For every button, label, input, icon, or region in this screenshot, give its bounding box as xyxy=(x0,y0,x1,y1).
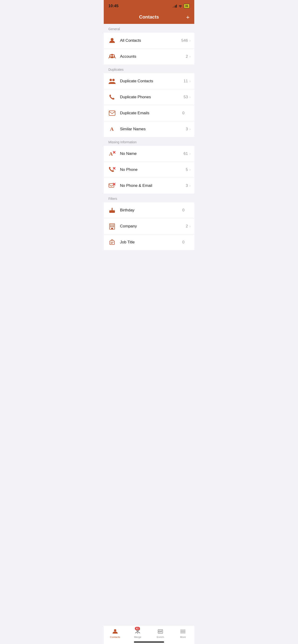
birthday-icon xyxy=(107,206,117,215)
company-count: 2 xyxy=(186,224,188,228)
duplicate-contacts-chevron: › xyxy=(189,79,191,83)
duplicate-emails-item[interactable]: Duplicate Emails 0 xyxy=(104,105,194,121)
job-title-item[interactable]: Job Title 0 xyxy=(104,234,194,250)
tab-enrich[interactable]: Enrich xyxy=(149,627,172,639)
tab-more-label: More xyxy=(180,636,186,638)
similar-names-item[interactable]: A Similar Names 3 › xyxy=(104,121,194,137)
accounts-count: 2 xyxy=(186,54,188,59)
company-icon xyxy=(107,222,117,231)
similar-names-label: Similar Names xyxy=(120,127,186,132)
tab-merge[interactable]: 61 Merge xyxy=(127,627,149,639)
company-item[interactable]: Company 2 › xyxy=(104,218,194,234)
tab-contacts-icon xyxy=(112,628,118,635)
svg-point-12 xyxy=(110,79,112,81)
svg-text:A: A xyxy=(110,126,114,132)
section-filters-header: Filters xyxy=(104,194,194,202)
no-name-count: 61 xyxy=(184,152,188,156)
svg-text:A: A xyxy=(109,151,113,157)
no-phone-chevron: › xyxy=(189,168,191,172)
duplicate-phones-chevron: › xyxy=(189,95,191,99)
job-title-icon xyxy=(107,238,117,247)
section-missing-info-header: Missing Information xyxy=(104,137,194,146)
svg-rect-21 xyxy=(109,184,114,187)
no-name-label: No Name xyxy=(120,152,184,156)
svg-point-41 xyxy=(159,631,160,632)
svg-rect-29 xyxy=(112,225,113,226)
section-missing-info: A No Name 61 › No Phone 5 › xyxy=(104,146,194,194)
svg-point-38 xyxy=(114,629,116,632)
battery-icon: 31 xyxy=(184,4,190,8)
status-time: 10:45 xyxy=(108,4,118,8)
duplicate-contacts-item[interactable]: Duplicate Contacts 11 › xyxy=(104,73,194,89)
section-duplicates: Duplicate Contacts 11 › Duplicate Phones… xyxy=(104,73,194,137)
accounts-chevron: › xyxy=(189,54,191,59)
no-phone-label: No Phone xyxy=(120,168,186,172)
similar-names-icon: A xyxy=(107,124,117,134)
no-name-icon: A xyxy=(107,149,117,158)
accounts-item[interactable]: Accounts 2 › xyxy=(104,49,194,64)
all-contacts-count: 546 xyxy=(181,38,188,43)
all-contacts-item[interactable]: All Contacts 546 › xyxy=(104,33,194,49)
no-email-icon xyxy=(107,181,117,190)
company-label: Company xyxy=(120,224,186,228)
wifi-icon xyxy=(178,4,182,8)
duplicate-contacts-icon xyxy=(107,76,117,86)
no-name-chevron: › xyxy=(189,152,191,156)
svg-rect-30 xyxy=(113,225,114,226)
svg-point-10 xyxy=(110,55,112,57)
section-duplicates-header: Duplicates xyxy=(104,64,194,73)
tab-contacts[interactable]: Contacts xyxy=(104,627,127,639)
no-phone-icon xyxy=(107,165,117,174)
svg-rect-32 xyxy=(112,226,113,227)
add-contact-button[interactable]: + xyxy=(186,14,190,20)
svg-rect-25 xyxy=(112,209,113,210)
job-title-label: Job Title xyxy=(120,240,182,244)
no-phone-email-count: 3 xyxy=(186,183,188,188)
svg-rect-14 xyxy=(109,111,115,116)
job-title-count: 0 xyxy=(182,240,184,244)
no-phone-email-item[interactable]: No Phone & Email 3 › xyxy=(104,178,194,194)
no-phone-email-label: No Phone & Email xyxy=(120,183,186,188)
birthday-label: Birthday xyxy=(120,208,182,212)
company-chevron: › xyxy=(189,224,191,228)
no-name-item[interactable]: A No Name 61 › xyxy=(104,146,194,162)
duplicate-contacts-count: 11 xyxy=(184,79,188,84)
similar-names-count: 3 xyxy=(186,127,188,132)
tab-bar: Contacts 61 Merge xyxy=(104,625,194,644)
svg-point-0 xyxy=(111,38,114,41)
status-bar: 10:45 31 xyxy=(104,0,194,12)
duplicate-emails-label: Duplicate Emails xyxy=(120,111,182,116)
no-phone-count: 5 xyxy=(186,168,188,172)
tab-enrich-icon xyxy=(157,628,164,635)
svg-rect-34 xyxy=(111,228,113,229)
person-icon xyxy=(107,36,117,45)
content-area: General All Contacts 546 › xyxy=(104,24,194,271)
accounts-icon xyxy=(107,52,117,61)
duplicate-phones-item[interactable]: Duplicate Phones 53 › xyxy=(104,89,194,105)
signal-icon xyxy=(173,4,177,8)
svg-point-13 xyxy=(112,79,115,81)
no-phone-item[interactable]: No Phone 5 › xyxy=(104,162,194,178)
similar-names-chevron: › xyxy=(189,127,191,131)
accounts-label: Accounts xyxy=(120,54,186,59)
birthday-item[interactable]: Birthday 0 xyxy=(104,202,194,218)
tab-enrich-label: Enrich xyxy=(157,636,164,638)
svg-rect-28 xyxy=(110,225,111,226)
tab-merge-badge: 61 xyxy=(135,627,140,630)
svg-rect-24 xyxy=(109,210,115,213)
status-icons: 31 xyxy=(173,4,190,8)
section-general: All Contacts 546 › xyxy=(104,33,194,64)
duplicate-emails-count: 0 xyxy=(182,111,184,116)
svg-point-26 xyxy=(112,208,113,209)
all-contacts-label: All Contacts xyxy=(120,38,181,43)
tab-more-icon xyxy=(180,628,186,635)
section-general-header: General xyxy=(104,24,194,33)
home-indicator xyxy=(134,642,164,642)
svg-point-11 xyxy=(113,55,114,57)
duplicate-phones-count: 53 xyxy=(184,95,188,100)
phone-icon xyxy=(107,92,117,102)
tab-more[interactable]: More xyxy=(172,627,194,639)
svg-rect-33 xyxy=(113,226,114,227)
email-icon xyxy=(107,108,117,118)
tab-merge-label: Merge xyxy=(134,636,141,638)
